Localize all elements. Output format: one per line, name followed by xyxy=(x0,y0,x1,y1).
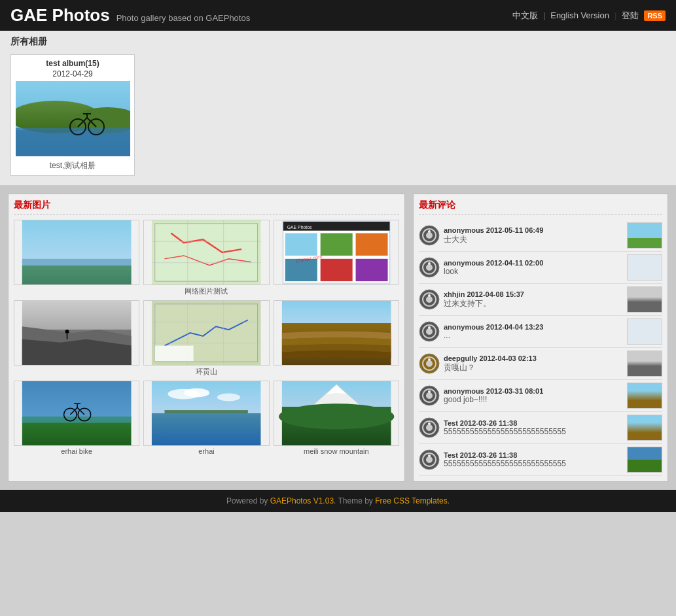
comment-text: 5555555555555555555555555555 xyxy=(444,459,623,468)
svg-point-65 xyxy=(428,262,431,265)
comment-avatar xyxy=(419,321,440,342)
comment-meta: anonymous 2012-05-11 06:49 xyxy=(444,226,623,234)
photo-terraces xyxy=(274,300,399,366)
svg-rect-11 xyxy=(22,259,132,284)
photo-caption-2: 环贡山 xyxy=(143,367,269,377)
albums-grid: test album(15) 2012-04-29 xyxy=(10,54,666,182)
svg-rect-27 xyxy=(355,259,387,281)
comment-body: xhhjin 2012-04-08 15:37 过来支持下。 xyxy=(444,290,623,309)
photo-item[interactable] xyxy=(14,220,139,296)
album-card-date: 2012-04-29 xyxy=(15,69,130,78)
comment-body: anonymous 2012-04-04 13:23 ... xyxy=(444,323,623,340)
comment-item[interactable]: anonymous 2012-04-11 02:00 look xyxy=(419,252,662,284)
comment-item[interactable]: anonymous 2012-04-04 13:23 ... xyxy=(419,316,662,348)
photo-map2 xyxy=(143,300,269,366)
footer-theme-by: . Theme by xyxy=(334,496,375,505)
recent-photos: 最新图片 xyxy=(8,194,405,482)
svg-point-69 xyxy=(428,294,431,297)
photo-item-screenshot[interactable]: GAE Photos Chinaz.com xyxy=(274,220,399,296)
avatar-icon xyxy=(419,417,440,438)
album-card[interactable]: test album(15) 2012-04-29 xyxy=(10,54,135,176)
comment-meta: deepgully 2012-04-03 02:13 xyxy=(444,354,623,362)
svg-point-68 xyxy=(426,296,433,303)
svg-point-60 xyxy=(426,232,433,239)
svg-rect-23 xyxy=(320,233,352,256)
comment-avatar xyxy=(419,449,440,470)
svg-point-32 xyxy=(65,330,69,334)
avatar-icon xyxy=(419,449,440,470)
comment-item[interactable]: anonymous 2012-05-11 06:49 士大夫 xyxy=(419,220,662,252)
avatar-icon xyxy=(419,385,440,406)
footer-end: . xyxy=(448,496,450,505)
photo-erhai xyxy=(143,381,269,446)
avatar-icon xyxy=(419,321,440,342)
comment-item[interactable]: Test 2012-03-26 11:38 555555555555555555… xyxy=(419,444,662,476)
recent-comments: 最新评论 anonymous 2012-05-11 06:49 士大夫 xyxy=(413,194,668,482)
comment-item[interactable]: xhhjin 2012-04-08 15:37 过来支持下。 xyxy=(419,284,662,316)
comment-body: deepgully 2012-04-03 02:13 贡嘎山？ xyxy=(444,354,623,373)
comment-body: anonymous 2012-04-11 02:00 look xyxy=(444,259,623,276)
header-nav: 中文版 | English Version | 登陆 RSS xyxy=(512,10,666,22)
comment-thumb xyxy=(627,447,662,473)
site-subtitle: Photo gallery based on GAEPhotos xyxy=(116,13,251,23)
photo-item-terraces[interactable] xyxy=(274,300,399,377)
album-card-title: test album(15) xyxy=(15,59,130,68)
header-left: GAE Photos Photo gallery based on GAEPho… xyxy=(10,5,250,26)
svg-point-77 xyxy=(428,358,431,361)
photo-caption-lake: erhai xyxy=(143,447,269,455)
albums-section: 所有相册 test album(15) 2012-04-29 xyxy=(0,31,676,186)
comment-item[interactable]: anonymous 2012-03-31 08:01 good job~!!!! xyxy=(419,380,662,412)
comment-meta: anonymous 2012-04-11 02:00 xyxy=(444,259,623,267)
svg-rect-40 xyxy=(155,346,194,362)
svg-rect-43 xyxy=(22,417,132,423)
photo-item-cliff[interactable] xyxy=(14,300,139,377)
comment-text: 贡嘎山？ xyxy=(444,362,623,373)
comment-meta: Test 2012-03-26 11:38 xyxy=(444,419,623,427)
recent-comments-title: 最新评论 xyxy=(419,199,662,214)
site-title: GAE Photos xyxy=(10,5,110,26)
svg-rect-26 xyxy=(320,259,352,281)
photo-erhai-bike xyxy=(14,381,139,446)
avatar-icon xyxy=(419,257,440,278)
template-link[interactable]: Free CSS Templates xyxy=(375,496,448,505)
comment-body: anonymous 2012-05-11 06:49 士大夫 xyxy=(444,226,623,245)
comment-body: Test 2012-03-26 11:38 555555555555555555… xyxy=(444,451,623,468)
photo-item-mountain[interactable]: meili snow mountain xyxy=(274,381,399,455)
photo-caption: 网络图片测试 xyxy=(143,286,269,296)
rss-badge[interactable]: RSS xyxy=(644,10,666,21)
comment-thumb xyxy=(627,286,662,313)
svg-point-88 xyxy=(426,456,433,463)
comment-body: Test 2012-03-26 11:38 555555555555555555… xyxy=(444,419,623,436)
avatar-icon xyxy=(419,353,440,374)
header: GAE Photos Photo gallery based on GAEPho… xyxy=(0,0,676,31)
album-card-caption: test,测试相册 xyxy=(15,160,130,171)
main-wrapper: 所有相册 test album(15) 2012-04-29 xyxy=(0,31,676,490)
comment-thumb xyxy=(627,222,662,248)
comment-text: 士大夫 xyxy=(444,234,623,245)
album-thumbnail-svg xyxy=(16,81,130,156)
comment-thumb xyxy=(627,383,662,409)
avatar-icon xyxy=(419,225,440,246)
comment-item[interactable]: Test 2012-03-26 11:38 555555555555555555… xyxy=(419,412,662,444)
photo-meili xyxy=(274,381,399,446)
login-link[interactable]: 登陆 xyxy=(622,10,639,22)
svg-point-80 xyxy=(426,392,433,399)
comment-text: ... xyxy=(444,331,623,340)
photo-grid: 网络图片测试 GAE Photos xyxy=(14,220,399,455)
comment-avatar xyxy=(419,385,440,406)
svg-point-85 xyxy=(428,422,431,425)
comment-avatar xyxy=(419,257,440,278)
english-version-link[interactable]: English Version xyxy=(550,10,609,20)
comment-item[interactable]: deepgully 2012-04-03 02:13 贡嘎山？ xyxy=(419,348,662,380)
chinese-version-link[interactable]: 中文版 xyxy=(512,10,538,22)
photo-item-lake[interactable]: erhai xyxy=(143,381,269,455)
photo-item-map2[interactable]: 环贡山 xyxy=(143,300,269,377)
svg-rect-52 xyxy=(165,410,248,413)
svg-rect-13 xyxy=(155,224,258,281)
comments-list: anonymous 2012-05-11 06:49 士大夫 anonymous… xyxy=(419,220,662,476)
svg-point-50 xyxy=(184,388,209,398)
photo-item-map[interactable]: 网络图片测试 xyxy=(143,220,269,296)
photo-item-bike[interactable]: erhai bike xyxy=(14,381,139,455)
gaephotos-link[interactable]: GAEPhotos V1.03 xyxy=(270,496,334,505)
albums-title: 所有相册 xyxy=(10,36,666,48)
